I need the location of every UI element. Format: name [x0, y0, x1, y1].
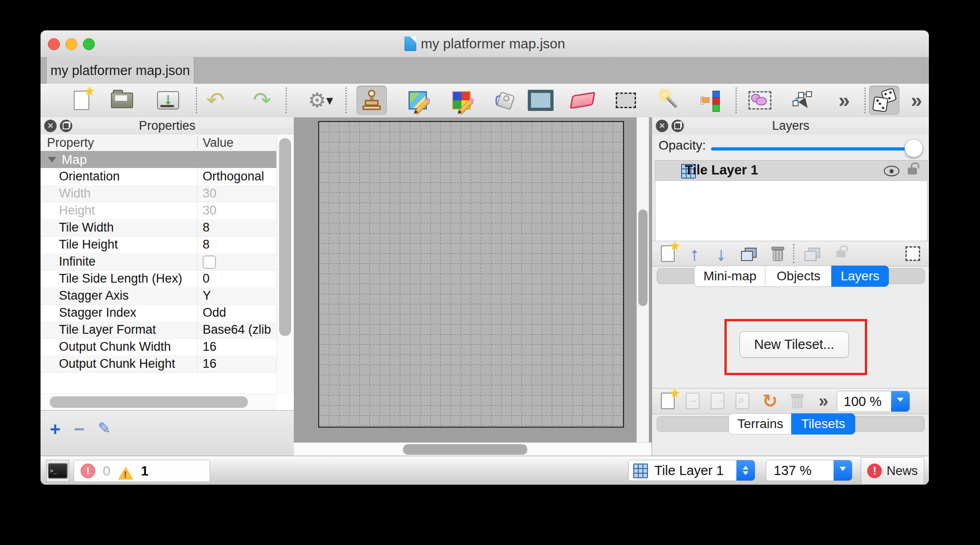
edit-property-button[interactable]: ✎: [98, 419, 111, 437]
tab-objects[interactable]: Objects: [765, 266, 832, 287]
map-zoom-combobox[interactable]: 137 %: [766, 460, 852, 481]
select-same-tile-button[interactable]: [695, 86, 725, 115]
infinite-checkbox[interactable]: [203, 255, 216, 269]
property-row[interactable]: Stagger IndexOdd: [41, 304, 276, 322]
scrollbar-thumb[interactable]: [638, 209, 648, 306]
collapse-triangle-icon[interactable]: [48, 157, 56, 167]
remove-tileset-button[interactable]: [785, 391, 809, 411]
random-mode-button[interactable]: [869, 86, 899, 115]
news-button[interactable]: ! News: [861, 457, 924, 485]
float-panel-icon[interactable]: [671, 120, 684, 132]
new-layer-button[interactable]: ★: [656, 244, 680, 264]
opacity-slider-knob[interactable]: [904, 139, 923, 157]
map-grid-lines: [319, 122, 623, 427]
console-button[interactable]: >_: [46, 460, 69, 482]
open-file-button[interactable]: [107, 86, 137, 115]
reload-tileset-button[interactable]: ↻: [758, 391, 782, 411]
property-row[interactable]: Output Chunk Width16: [41, 338, 276, 356]
layer-list: Tile Layer 1: [655, 160, 928, 242]
shape-fill-button[interactable]: [525, 86, 556, 115]
lock-layers-button[interactable]: [829, 244, 853, 264]
tab-layers[interactable]: Layers: [831, 266, 889, 287]
tab-mini-map[interactable]: Mini-map: [694, 266, 766, 287]
undo-button[interactable]: ↶: [200, 86, 231, 115]
tileset-zoom-value: 100 %: [844, 394, 881, 409]
opacity-slider[interactable]: [711, 147, 914, 151]
export-tileset-button[interactable]: →: [706, 391, 729, 411]
lock-icon: [836, 250, 846, 257]
property-row[interactable]: Infinite: [41, 253, 276, 271]
eraser-button[interactable]: [567, 86, 598, 115]
stamp-brush-button[interactable]: [356, 86, 387, 115]
toggle-other-layers-button[interactable]: [799, 244, 823, 264]
raise-layer-button[interactable]: ↑: [682, 244, 706, 264]
tileset-zoom-combobox[interactable]: 100 %: [837, 391, 910, 412]
add-property-button[interactable]: +: [50, 419, 60, 440]
scrollbar-thumb[interactable]: [50, 396, 248, 408]
scrollbar-thumb[interactable]: [279, 138, 291, 336]
embed-tileset-button[interactable]: →: [681, 391, 705, 411]
news-alert-icon: !: [867, 464, 882, 478]
property-row[interactable]: Tile Width8: [41, 219, 276, 237]
messages-summary[interactable]: ! 0 ! 1: [74, 460, 210, 482]
properties-vertical-scrollbar[interactable]: [276, 134, 294, 394]
toolbar-overflow-button[interactable]: »: [829, 86, 859, 115]
close-panel-icon[interactable]: ✕: [44, 120, 57, 132]
layer-row-tile-layer-1[interactable]: Tile Layer 1: [655, 161, 927, 181]
property-row[interactable]: Output Chunk Height16: [41, 355, 276, 373]
commands-gear-icon: ⚙: [308, 90, 326, 110]
toolbar-separator: [864, 87, 866, 113]
property-group-map[interactable]: Map: [41, 151, 276, 168]
layer-unlocked-icon[interactable]: [908, 168, 917, 174]
document-tab[interactable]: my platformer map.json: [46, 57, 194, 84]
canvas-horizontal-scrollbar[interactable]: [294, 442, 652, 456]
property-row[interactable]: Tile Side Length (Hex)0: [41, 270, 276, 288]
import-tileset-icon: →: [686, 393, 700, 409]
rectangular-select-button[interactable]: [611, 86, 641, 115]
tab-tilesets[interactable]: Tilesets: [791, 413, 855, 435]
tilesets-dock-tabs: Terrains Tilesets: [652, 413, 929, 435]
map-canvas-area[interactable]: [294, 117, 652, 456]
edit-polygons-button[interactable]: [788, 86, 818, 115]
highlight-current-layer-button[interactable]: [901, 244, 925, 264]
float-panel-icon[interactable]: [60, 120, 72, 132]
map-grid[interactable]: [318, 121, 624, 428]
redo-button[interactable]: ↷: [247, 86, 277, 115]
property-row[interactable]: Height30: [41, 202, 276, 220]
new-tileset-toolbar-button[interactable]: ★: [656, 391, 680, 411]
edit-tileset-button[interactable]: ⌕: [730, 391, 754, 411]
current-layer-combobox[interactable]: Tile Layer 1: [628, 460, 755, 481]
property-row[interactable]: OrientationOrthogonal: [41, 168, 276, 186]
close-panel-icon[interactable]: ✕: [656, 120, 668, 132]
duplicate-layer-button[interactable]: [736, 244, 760, 264]
property-row[interactable]: Tile Height8: [41, 236, 276, 254]
remove-layer-button[interactable]: [765, 244, 789, 264]
scrollbar-thumb[interactable]: [403, 444, 527, 455]
dropdown-button[interactable]: [891, 391, 910, 412]
toolbar-overflow-button-2[interactable]: »: [901, 86, 929, 115]
layers-panel-header: ✕ Layers: [652, 117, 929, 135]
run-commands-button[interactable]: ⚙ ▾: [298, 86, 343, 115]
wang-brush-button[interactable]: [446, 86, 477, 115]
lower-layer-button[interactable]: ↓: [709, 244, 733, 264]
select-objects-button[interactable]: [745, 86, 775, 115]
canvas-vertical-scrollbar[interactable]: [636, 117, 649, 442]
property-row[interactable]: Width30: [41, 185, 276, 203]
stepper-button[interactable]: [736, 460, 755, 481]
double-chevron-icon: »: [818, 392, 828, 410]
bucket-fill-button[interactable]: [489, 86, 519, 115]
properties-horizontal-scrollbar[interactable]: [41, 394, 276, 411]
tilesets-overflow-button[interactable]: »: [811, 391, 835, 411]
property-row[interactable]: Tile Layer FormatBase64 (zlib compressed…: [41, 321, 276, 339]
terrain-brush-button[interactable]: [402, 86, 433, 115]
dropdown-button[interactable]: [834, 460, 852, 481]
tab-terrains[interactable]: Terrains: [729, 413, 792, 435]
remove-property-button[interactable]: −: [74, 419, 84, 440]
toolbar-separator: [286, 87, 287, 113]
layer-visibility-eye-icon[interactable]: [884, 166, 899, 176]
status-bar: >_ ! 0 ! 1 Tile Layer 1 137 % ! News: [41, 456, 929, 485]
property-row[interactable]: Stagger AxisY: [41, 287, 276, 305]
new-map-button[interactable]: ★: [66, 86, 97, 115]
magic-wand-button[interactable]: [653, 86, 683, 115]
save-button[interactable]: ↓: [153, 86, 183, 115]
